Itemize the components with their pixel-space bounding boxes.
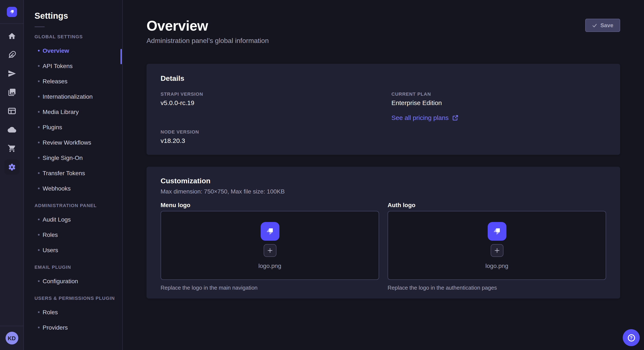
strapi-mark-icon [8,8,15,15]
customization-card-title: Customization [160,177,606,185]
page-title: Overview [146,18,620,34]
sidebar-item-internationalization[interactable]: Internationalization [34,89,117,104]
question-mark-icon: ? [628,334,635,341]
sidebar-item-email-configuration[interactable]: Configuration [34,273,117,289]
strapi-admin-screen: KD Settings GLOBAL SETTINGS Overview API… [0,0,644,350]
feather-icon[interactable] [0,45,24,64]
sidebar-scrollbar[interactable] [120,49,122,64]
sidebar-item-plugins[interactable]: Plugins [34,120,117,135]
menu-logo-preview [260,222,279,240]
sidebar-item-providers[interactable]: Providers [34,320,117,335]
plus-icon [494,247,500,253]
menu-logo-dropzone[interactable]: logo.png [160,211,379,280]
gear-icon [8,163,16,172]
sidebar-item-transfer-tokens[interactable]: Transfer Tokens [34,166,117,181]
settings-active-tile [4,160,20,175]
current-plan-label: CURRENT PLAN [392,91,606,97]
rail-header [0,0,24,24]
auth-logo-field: Auth logo [388,201,606,291]
section-global-settings: GLOBAL SETTINGS Overview API Tokens Rele… [34,34,117,196]
details-card-title: Details [160,74,606,83]
auth-logo-preview [488,222,506,240]
save-button-label: Save [600,22,613,28]
sidebar-item-review-workflows[interactable]: Review Workflows [34,135,117,150]
auth-logo-label: Auth logo [388,201,606,208]
menu-logo-field: Menu logo [160,201,379,291]
strapi-mark-icon [491,226,502,237]
strapi-logo[interactable] [6,6,17,17]
pricing-plans-link[interactable]: See all pricing plans [392,114,458,121]
customization-subtitle: Max dimension: 750×750, Max file size: 1… [160,188,606,195]
details-right-column: CURRENT PLAN Enterprise Edition See all … [392,91,606,144]
node-version-field: NODE VERSION v18.20.3 [160,129,375,144]
current-plan-value: Enterprise Edition [392,99,606,106]
home-icon[interactable] [0,27,24,45]
menu-logo-caption: Replace the logo in the main navigation [160,285,379,291]
strapi-mark-icon [264,226,275,237]
section-label: GLOBAL SETTINGS [34,34,117,39]
node-version-value: v18.20.3 [160,137,375,144]
node-version-label: NODE VERSION [160,129,375,134]
page-subtitle: Administration panel’s global informatio… [146,37,620,45]
external-link-icon [452,115,458,121]
help-button[interactable]: ? [623,329,640,346]
sidebar-item-overview[interactable]: Overview [34,43,117,58]
cart-icon[interactable] [0,139,24,158]
sidebar-item-single-sign-on[interactable]: Single Sign-On [34,150,117,166]
section-administration-panel: ADMINISTRATION PANEL Audit Logs Roles Us… [34,203,117,258]
sidebar-item-admin-roles[interactable]: Roles [34,227,117,242]
sidebar-title: Settings [34,11,117,21]
save-button[interactable]: Save [585,19,620,32]
check-icon [592,23,597,28]
menu-logo-add-button[interactable] [264,244,276,257]
sidebar-item-audit-logs[interactable]: Audit Logs [34,212,117,227]
main-content: Save Overview Administration panel’s glo… [123,0,644,350]
auth-logo-caption: Replace the logo in the authentication p… [388,285,606,291]
section-users-permissions-plugin: USERS & PERMISSIONS PLUGIN Roles Provide… [34,296,117,335]
menu-logo-label: Menu logo [160,201,379,208]
customization-card: Customization Max dimension: 750×750, Ma… [146,167,620,299]
rail-footer: KD [0,326,24,350]
sidebar-item-users[interactable]: Users [34,242,117,258]
sidebar-item-webhooks[interactable]: Webhooks [34,181,117,196]
rail-nav [0,27,24,176]
cloud-icon[interactable] [0,120,24,139]
avatar[interactable]: KD [5,332,18,345]
section-label: EMAIL PLUGIN [34,265,117,270]
settings-sidebar: Settings GLOBAL SETTINGS Overview API To… [24,0,123,350]
sidebar-item-releases[interactable]: Releases [34,74,117,89]
section-email-plugin: EMAIL PLUGIN Configuration [34,265,117,289]
sidebar-item-media-library[interactable]: Media Library [34,104,117,120]
images-icon[interactable] [0,83,24,102]
auth-logo-dropzone[interactable]: logo.png [388,211,606,280]
settings-rail-item[interactable] [0,158,24,176]
sidebar-item-up-roles[interactable]: Roles [34,305,117,320]
layout-icon[interactable] [0,102,24,120]
sidebar-divider [34,26,45,27]
auth-logo-add-button[interactable] [490,244,503,257]
icon-rail: KD [0,0,24,350]
auth-logo-filename: logo.png [485,262,508,269]
section-label: USERS & PERMISSIONS PLUGIN [34,296,117,301]
strapi-version-value: v5.0.0-rc.19 [160,99,375,106]
paper-plane-icon[interactable] [0,64,24,83]
current-plan-field: CURRENT PLAN Enterprise Edition [392,91,606,106]
plus-icon [267,247,273,253]
strapi-version-label: STRAPI VERSION [160,91,375,97]
section-label: ADMINISTRATION PANEL [34,203,117,208]
details-left-column: STRAPI VERSION v5.0.0-rc.19 NODE VERSION… [160,91,375,144]
strapi-version-field: STRAPI VERSION v5.0.0-rc.19 [160,91,375,106]
menu-logo-filename: logo.png [258,262,281,269]
sidebar-item-api-tokens[interactable]: API Tokens [34,58,117,74]
pricing-plans-link-label: See all pricing plans [392,114,449,121]
details-card: Details STRAPI VERSION v5.0.0-rc.19 NODE… [146,64,620,155]
